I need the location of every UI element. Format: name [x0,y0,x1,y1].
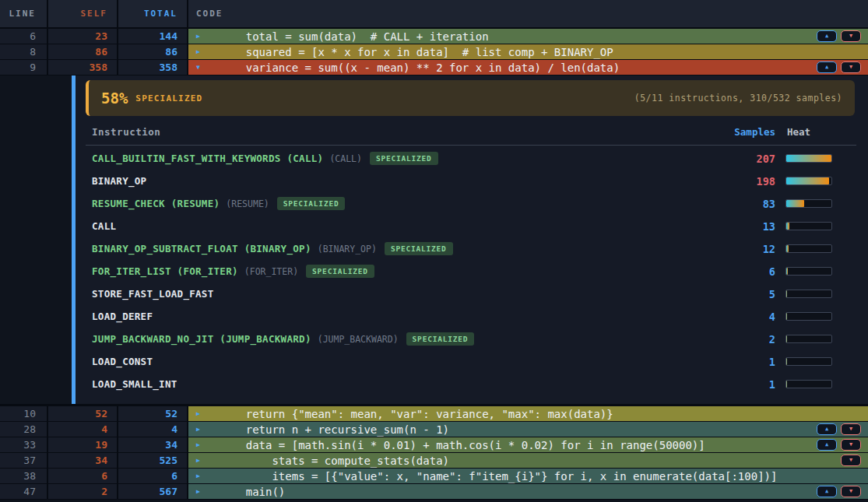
heat-bar-fill [786,155,831,162]
code-cell[interactable]: ▶ data = [math.sin(i * 0.01) + math.cos(… [188,437,868,452]
line-number-cell: 37 [0,453,48,468]
total-samples-cell: 34 [118,437,188,452]
code-line-text: data = [math.sin(i * 0.01) + math.cos(i … [220,439,705,451]
code-row[interactable]: 105252▶ return {"mean": mean, "var": var… [0,406,868,422]
samples-value: 4 [721,311,775,323]
code-row[interactable]: 9358358▼ variance = sum((x - mean) ** 2 … [0,60,868,75]
code-cell[interactable]: ▶ main()▲▼ [188,484,868,499]
samples-column-header[interactable]: Samples [721,126,775,138]
code-cell[interactable]: ▶ items = [{"value": x, "name": f"item_{… [188,469,868,483]
samples-value: 12 [721,243,775,255]
expand-icon[interactable]: ▶ [196,33,207,40]
code-line-text: stats = compute_stats(data) [220,455,449,467]
instruction-name: CALL [92,220,116,232]
code-row[interactable]: 3734525▶ stats = compute_stats(data)▼ [0,453,868,469]
code-row[interactable]: 2844▶ return n + recursive_sum(n - 1)▲▼ [0,422,868,437]
specialized-badge: SPECIALIZED [277,197,346,210]
heat-bar-fill [786,358,787,365]
specialization-summary-box: 58% SPECIALIZED (5/11 instructions, 310/… [86,80,855,116]
move-down-button[interactable]: ▼ [841,439,861,451]
code-cell[interactable]: ▶ stats = compute_stats(data)▼ [188,453,868,468]
expand-icon[interactable]: ▶ [196,426,207,433]
heat-column-header: Heat [785,126,832,138]
line-number-cell: 47 [0,484,48,499]
move-up-button[interactable]: ▲ [817,30,837,42]
total-samples-cell: 358 [118,60,188,75]
move-down-button[interactable]: ▼ [841,30,861,42]
code-line-text: items = [{"value": x, "name": f"item_{i}… [220,470,777,483]
heat-bar-fill [786,381,787,388]
expand-icon[interactable]: ▶ [196,488,207,495]
samples-value: 207 [721,153,775,165]
heat-bar-fill [786,268,788,275]
total-samples-cell: 525 [118,453,188,468]
profiler-table-header: LINE SELF TOTAL CODE [0,0,868,29]
heat-bar-fill [786,200,804,207]
expand-icon[interactable]: ▶ [196,441,207,448]
instruction-name: JUMP_BACKWARD_NO_JIT (JUMP_BACKWARD) [92,333,311,345]
samples-value: 2 [721,333,775,346]
code-row[interactable]: 331934▶ data = [math.sin(i * 0.01) + mat… [0,437,868,453]
instruction-name: LOAD_SMALL_INT [92,378,177,390]
specialized-percent: 58% [101,90,128,107]
instruction-name: LOAD_DEREF [92,311,153,322]
self-samples-cell: 86 [48,44,118,59]
code-cell[interactable]: ▶ return n + recursive_sum(n - 1)▲▼ [188,422,868,437]
self-samples-cell: 19 [48,437,118,452]
column-header-code: CODE [188,0,868,27]
heat-bar-track [785,199,832,208]
code-row[interactable]: 88686▶ squared = [x * x for x in data] #… [0,44,868,60]
heat-bar-track [785,312,832,321]
instruction-row: FOR_ITER_LIST (FOR_ITER)(FOR_ITER)SPECIA… [86,260,856,283]
heat-bar-track [785,335,832,343]
heat-bar-fill [786,177,829,184]
code-line-text: squared = [x * x for x in data] # list c… [220,46,613,58]
samples-value: 198 [721,175,775,188]
self-samples-cell: 52 [48,406,118,421]
code-row[interactable]: 3866▶ items = [{"value": x, "name": f"it… [0,469,868,484]
expand-icon[interactable]: ▶ [196,410,207,417]
move-down-button[interactable]: ▼ [841,423,861,435]
instruction-table-header: Instruction Samples Heat [86,126,856,146]
self-samples-cell: 358 [48,60,118,75]
move-up-button[interactable]: ▲ [817,439,837,451]
code-row[interactable]: 623144▶ total = sum(data) # CALL + itera… [0,29,868,44]
instruction-base-name: (CALL) [329,153,362,164]
heat-bar-track [785,290,832,298]
code-cell[interactable]: ▼ variance = sum((x - mean) ** 2 for x i… [188,60,868,75]
expand-icon[interactable]: ▶ [196,48,207,55]
expand-icon[interactable]: ▶ [196,472,207,479]
self-samples-cell: 4 [48,422,118,437]
expand-icon[interactable]: ▶ [196,457,207,464]
code-cell[interactable]: ▶ squared = [x * x for x in data] # list… [188,44,868,59]
line-number-cell: 9 [0,60,48,75]
samples-value: 1 [721,378,775,391]
code-line-text: return n + recursive_sum(n - 1) [220,423,449,436]
move-up-button[interactable]: ▲ [817,423,837,435]
move-down-button[interactable]: ▼ [841,455,861,466]
collapse-icon[interactable]: ▼ [196,64,207,71]
instruction-row: BINARY_OP_SUBTRACT_FLOAT (BINARY_OP)(BIN… [86,237,856,260]
move-down-button[interactable]: ▼ [841,61,861,73]
samples-value: 5 [721,288,775,300]
code-line-text: main() [220,486,285,498]
code-cell[interactable]: ▶ total = sum(data) # CALL + iteration▲▼ [188,29,868,44]
instruction-name: CALL_BUILTIN_FAST_WITH_KEYWORDS (CALL) [92,153,323,164]
total-samples-cell: 144 [118,29,188,44]
code-row[interactable]: 472567▶ main()▲▼ [0,484,868,500]
instruction-name: RESUME_CHECK (RESUME) [92,198,220,209]
move-down-button[interactable]: ▼ [841,486,861,497]
code-line-text: return {"mean": mean, "var": variance, "… [220,408,613,420]
specialization-detail: 58% SPECIALIZED (5/11 instructions, 310/… [76,75,868,404]
column-header-line: LINE [0,0,48,27]
specialized-badge: SPECIALIZED [406,332,475,346]
instruction-row: LOAD_DEREF4 [86,305,856,328]
heat-bar-track [785,267,832,276]
instruction-row: CALL13 [86,215,856,237]
move-up-button[interactable]: ▲ [817,486,837,497]
code-cell[interactable]: ▶ return {"mean": mean, "var": variance,… [188,406,868,421]
move-up-button[interactable]: ▲ [817,61,837,73]
expanded-gutter [0,75,72,404]
heat-bar-fill [786,313,787,320]
heat-bar-fill [786,223,789,230]
